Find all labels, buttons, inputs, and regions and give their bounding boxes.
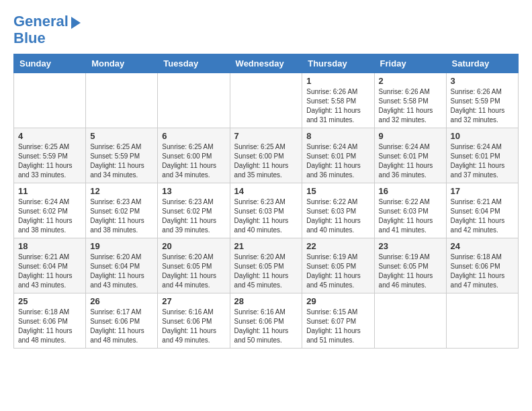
- day-info: Sunrise: 6:16 AM Sunset: 6:06 PM Dayligh…: [234, 308, 298, 345]
- day-number: 9: [379, 131, 442, 141]
- logo-arrow-icon: [71, 17, 81, 29]
- col-header-monday: Monday: [86, 54, 158, 73]
- day-number: 28: [234, 296, 298, 306]
- col-header-sunday: Sunday: [14, 54, 86, 73]
- day-number: 7: [234, 131, 298, 141]
- day-info: Sunrise: 6:19 AM Sunset: 6:05 PM Dayligh…: [306, 253, 369, 290]
- page-header: General Blue: [13, 13, 519, 47]
- col-header-thursday: Thursday: [302, 54, 374, 73]
- logo-blue: Blue: [13, 30, 81, 47]
- day-info: Sunrise: 6:26 AM Sunset: 5:58 PM Dayligh…: [306, 87, 369, 125]
- calendar-cell: 4Sunrise: 6:25 AM Sunset: 5:59 PM Daylig…: [14, 128, 86, 183]
- day-info: Sunrise: 6:24 AM Sunset: 6:01 PM Dayligh…: [379, 142, 442, 180]
- logo: General Blue: [13, 13, 81, 47]
- calendar-cell: 13Sunrise: 6:23 AM Sunset: 6:02 PM Dayli…: [158, 183, 230, 238]
- calendar-cell: 29Sunrise: 6:15 AM Sunset: 6:07 PM Dayli…: [302, 293, 374, 349]
- day-number: 11: [18, 186, 81, 196]
- calendar-cell: 21Sunrise: 6:20 AM Sunset: 6:05 PM Dayli…: [230, 238, 302, 293]
- day-info: Sunrise: 6:26 AM Sunset: 5:59 PM Dayligh…: [451, 87, 514, 125]
- calendar-cell: 28Sunrise: 6:16 AM Sunset: 6:06 PM Dayli…: [230, 293, 302, 349]
- calendar-week-3: 11Sunrise: 6:24 AM Sunset: 6:02 PM Dayli…: [14, 183, 519, 238]
- day-number: 19: [90, 241, 153, 251]
- calendar-cell: 23Sunrise: 6:19 AM Sunset: 6:05 PM Dayli…: [374, 238, 446, 293]
- calendar-cell: [158, 73, 230, 128]
- calendar-week-5: 25Sunrise: 6:18 AM Sunset: 6:06 PM Dayli…: [14, 293, 519, 349]
- calendar-cell: [14, 73, 86, 128]
- day-info: Sunrise: 6:23 AM Sunset: 6:02 PM Dayligh…: [90, 197, 153, 235]
- calendar-cell: 19Sunrise: 6:20 AM Sunset: 6:04 PM Dayli…: [86, 238, 158, 293]
- calendar-cell: 15Sunrise: 6:22 AM Sunset: 6:03 PM Dayli…: [302, 183, 374, 238]
- day-number: 12: [90, 186, 153, 196]
- day-info: Sunrise: 6:18 AM Sunset: 6:06 PM Dayligh…: [451, 253, 514, 290]
- calendar-cell: 26Sunrise: 6:17 AM Sunset: 6:06 PM Dayli…: [86, 293, 158, 349]
- day-number: 20: [162, 241, 225, 251]
- day-number: 29: [306, 296, 369, 306]
- day-info: Sunrise: 6:24 AM Sunset: 6:01 PM Dayligh…: [451, 142, 514, 180]
- calendar-cell: 3Sunrise: 6:26 AM Sunset: 5:59 PM Daylig…: [446, 73, 518, 128]
- day-number: 4: [18, 131, 81, 141]
- calendar-cell: 10Sunrise: 6:24 AM Sunset: 6:01 PM Dayli…: [446, 128, 518, 183]
- day-number: 8: [306, 131, 369, 141]
- calendar-cell: 25Sunrise: 6:18 AM Sunset: 6:06 PM Dayli…: [14, 293, 86, 349]
- day-number: 5: [90, 131, 153, 141]
- day-info: Sunrise: 6:18 AM Sunset: 6:06 PM Dayligh…: [18, 308, 81, 345]
- calendar-week-4: 18Sunrise: 6:21 AM Sunset: 6:04 PM Dayli…: [14, 238, 519, 293]
- calendar-cell: 9Sunrise: 6:24 AM Sunset: 6:01 PM Daylig…: [374, 128, 446, 183]
- day-info: Sunrise: 6:16 AM Sunset: 6:06 PM Dayligh…: [162, 308, 225, 345]
- day-info: Sunrise: 6:25 AM Sunset: 6:00 PM Dayligh…: [234, 142, 298, 180]
- day-info: Sunrise: 6:20 AM Sunset: 6:05 PM Dayligh…: [234, 253, 298, 290]
- calendar-week-1: 1Sunrise: 6:26 AM Sunset: 5:58 PM Daylig…: [14, 73, 519, 128]
- day-number: 15: [306, 186, 369, 196]
- day-info: Sunrise: 6:23 AM Sunset: 6:02 PM Dayligh…: [162, 197, 225, 235]
- day-number: 25: [18, 296, 81, 306]
- day-info: Sunrise: 6:19 AM Sunset: 6:05 PM Dayligh…: [379, 253, 442, 290]
- day-number: 18: [18, 241, 81, 251]
- day-number: 1: [306, 76, 369, 86]
- day-number: 23: [379, 241, 442, 251]
- calendar-header: SundayMondayTuesdayWednesdayThursdayFrid…: [14, 54, 519, 73]
- logo-text: General: [13, 13, 69, 30]
- day-info: Sunrise: 6:25 AM Sunset: 5:59 PM Dayligh…: [18, 142, 81, 180]
- day-info: Sunrise: 6:23 AM Sunset: 6:03 PM Dayligh…: [234, 197, 298, 235]
- day-number: 22: [306, 241, 369, 251]
- calendar-cell: [86, 73, 158, 128]
- calendar-cell: [230, 73, 302, 128]
- col-header-friday: Friday: [374, 54, 446, 73]
- day-info: Sunrise: 6:20 AM Sunset: 6:04 PM Dayligh…: [90, 253, 153, 290]
- day-info: Sunrise: 6:15 AM Sunset: 6:07 PM Dayligh…: [306, 308, 369, 345]
- calendar-cell: [446, 293, 518, 349]
- calendar-table: SundayMondayTuesdayWednesdayThursdayFrid…: [13, 54, 519, 349]
- day-number: 17: [451, 186, 514, 196]
- day-info: Sunrise: 6:25 AM Sunset: 5:59 PM Dayligh…: [90, 142, 153, 180]
- day-number: 2: [379, 76, 442, 86]
- day-number: 21: [234, 241, 298, 251]
- day-number: 10: [451, 131, 514, 141]
- day-number: 14: [234, 186, 298, 196]
- day-info: Sunrise: 6:24 AM Sunset: 6:02 PM Dayligh…: [18, 197, 81, 235]
- day-number: 27: [162, 296, 225, 306]
- calendar-cell: 27Sunrise: 6:16 AM Sunset: 6:06 PM Dayli…: [158, 293, 230, 349]
- day-info: Sunrise: 6:22 AM Sunset: 6:03 PM Dayligh…: [379, 197, 442, 235]
- calendar-cell: 5Sunrise: 6:25 AM Sunset: 5:59 PM Daylig…: [86, 128, 158, 183]
- day-info: Sunrise: 6:17 AM Sunset: 6:06 PM Dayligh…: [90, 308, 153, 345]
- day-info: Sunrise: 6:21 AM Sunset: 6:04 PM Dayligh…: [451, 197, 514, 235]
- day-info: Sunrise: 6:22 AM Sunset: 6:03 PM Dayligh…: [306, 197, 369, 235]
- calendar-cell: 6Sunrise: 6:25 AM Sunset: 6:00 PM Daylig…: [158, 128, 230, 183]
- day-number: 13: [162, 186, 225, 196]
- col-header-wednesday: Wednesday: [230, 54, 302, 73]
- calendar-cell: 7Sunrise: 6:25 AM Sunset: 6:00 PM Daylig…: [230, 128, 302, 183]
- day-info: Sunrise: 6:24 AM Sunset: 6:01 PM Dayligh…: [306, 142, 369, 180]
- day-info: Sunrise: 6:25 AM Sunset: 6:00 PM Dayligh…: [162, 142, 225, 180]
- calendar-cell: 14Sunrise: 6:23 AM Sunset: 6:03 PM Dayli…: [230, 183, 302, 238]
- day-info: Sunrise: 6:26 AM Sunset: 5:58 PM Dayligh…: [379, 87, 442, 125]
- calendar-cell: 20Sunrise: 6:20 AM Sunset: 6:05 PM Dayli…: [158, 238, 230, 293]
- day-number: 16: [379, 186, 442, 196]
- col-header-saturday: Saturday: [446, 54, 518, 73]
- calendar-cell: 17Sunrise: 6:21 AM Sunset: 6:04 PM Dayli…: [446, 183, 518, 238]
- day-number: 24: [451, 241, 514, 251]
- day-info: Sunrise: 6:20 AM Sunset: 6:05 PM Dayligh…: [162, 253, 225, 290]
- calendar-cell: 22Sunrise: 6:19 AM Sunset: 6:05 PM Dayli…: [302, 238, 374, 293]
- day-number: 26: [90, 296, 153, 306]
- day-number: 3: [451, 76, 514, 86]
- calendar-cell: 24Sunrise: 6:18 AM Sunset: 6:06 PM Dayli…: [446, 238, 518, 293]
